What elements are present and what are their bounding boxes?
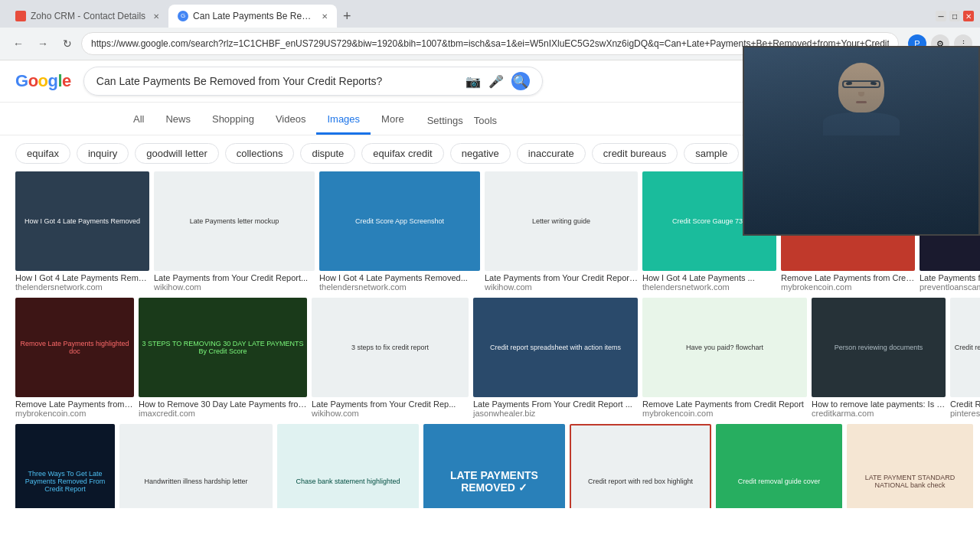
video-feed (744, 47, 978, 234)
list-item[interactable]: 3 steps to fix credit report Late Paymen… (312, 298, 469, 418)
tab-google[interactable]: G Can Late Payments Be Removed? ✕ (168, 5, 337, 28)
img-source: mybrokencoin.com (642, 409, 807, 418)
microphone-icon[interactable]: 🎤 (488, 74, 504, 89)
chip-sample[interactable]: sample (684, 143, 739, 164)
tab-close-google[interactable]: ✕ (322, 12, 328, 21)
tab-videos[interactable]: Videos (265, 106, 317, 135)
tab-label-google: Can Late Payments Be Removed? (193, 11, 314, 21)
img-title: How I Got 4 Late Payments Removed... (319, 273, 480, 282)
forward-button[interactable]: → (32, 33, 54, 54)
chip-dispute[interactable]: dispute (300, 143, 355, 164)
chip-collections[interactable]: collections (225, 143, 295, 164)
img-title: Remove Late Payments from Credit Report (642, 399, 807, 409)
tab-bar: Zoho CRM - Contact Details ✕ G Can Late … (0, 0, 980, 28)
search-icons: 📷 🎤 🔍 (466, 72, 530, 90)
list-item[interactable]: Remove Late Payments highlighted doc Rem… (15, 298, 134, 418)
list-item[interactable]: Letter writing guide Late Payments from … (485, 171, 638, 292)
tab-close-zoho[interactable]: ✕ (153, 12, 159, 21)
list-item[interactable]: Credit Score App Screenshot How I Got 4 … (319, 171, 480, 292)
list-item[interactable]: Credit removal guide cover Remove Late P… (716, 424, 842, 508)
img-title: How to remove late payments: Is it ... (812, 399, 946, 409)
img-title: Late Payments from Your Credit Report ..… (920, 273, 980, 282)
list-item[interactable]: Have you paid? flowchart Remove Late Pay… (642, 298, 807, 418)
list-item[interactable]: Three Ways To Get Late Payments Removed … (15, 424, 115, 508)
img-title: How to Remove 30 Day Late Payments from … (139, 399, 307, 409)
img-source: mybrokencoin.com (781, 282, 915, 292)
chip-equifax[interactable]: equifax (15, 143, 70, 164)
img-title: Late Payments from Your Credit Rep... (312, 399, 469, 409)
chip-inaccurate[interactable]: inaccurate (517, 143, 586, 164)
tab-news[interactable]: News (155, 106, 201, 135)
search-icon[interactable]: 🔍 (511, 72, 530, 90)
list-item[interactable]: Credit report with red box highlight 8+ … (570, 424, 711, 508)
tools-link[interactable]: Tools (474, 115, 497, 126)
img-title: Remove Late Payments from Credit Report (15, 399, 134, 409)
search-bar: 📷 🎤 🔍 (83, 67, 543, 96)
img-source: thelendersnetwork.com (642, 282, 776, 292)
img-title: Late Payments from Your Credit Report... (154, 273, 315, 282)
maximize-button[interactable]: □ (949, 11, 960, 21)
tab-favicon-google: G (178, 11, 188, 21)
tab-images[interactable]: Images (316, 106, 371, 135)
img-title: Remove Late Payments from Credit Report (781, 273, 915, 282)
close-button[interactable]: ✕ (963, 11, 974, 21)
img-source: imaxcredit.com (139, 409, 307, 418)
video-overlay (743, 46, 980, 236)
img-source: wikihow.com (154, 282, 315, 292)
img-title: Late Payments From Your Credit Report ..… (473, 399, 638, 409)
list-item[interactable]: 3 STEPS TO REMOVING 30 DAY LATE PAYMENTS… (139, 298, 307, 418)
img-source: thelendersnetwork.com (319, 282, 480, 292)
camera-icon[interactable]: 📷 (466, 74, 481, 89)
search-input[interactable] (96, 75, 458, 87)
minimize-button[interactable]: ─ (936, 11, 946, 21)
refresh-button[interactable]: ↻ (57, 33, 78, 54)
list-item[interactable]: Late Payments letter mockup Late Payment… (154, 171, 315, 292)
img-source: pinterest.com (950, 409, 980, 418)
img-title: How I Got 4 Late Payments Removed from .… (15, 273, 149, 282)
list-item[interactable]: Person reviewing documents How to remove… (812, 298, 946, 418)
img-source: creditkarma.com (812, 409, 946, 418)
list-item[interactable]: Handwritten illness hardship letter Late… (119, 424, 273, 508)
list-item[interactable]: LATE PAYMENT STANDARD NATIONAL bank chec… (847, 424, 973, 508)
tab-shopping[interactable]: Shopping (201, 106, 265, 135)
chip-goodwill-letter[interactable]: goodwill letter (135, 143, 219, 164)
chip-inquiry[interactable]: inquiry (77, 143, 129, 164)
tab-all[interactable]: All (122, 106, 155, 135)
image-row-3: Three Ways To Get Late Payments Removed … (15, 424, 965, 508)
new-tab-button[interactable]: + (337, 8, 358, 24)
img-source: jasonwhealer.biz (473, 409, 638, 418)
window-controls: ─ □ ✕ (936, 11, 974, 21)
image-row-2: Remove Late Payments highlighted doc Rem… (15, 298, 965, 418)
img-source: preventloanscams.org (920, 282, 980, 292)
tab-more[interactable]: More (371, 106, 415, 135)
chip-equifax-credit[interactable]: equifax credit (361, 143, 443, 164)
search-settings: Settings Tools (427, 106, 497, 135)
list-item[interactable]: How I Got 4 Late Payments Removed How I … (15, 171, 149, 292)
chip-negative[interactable]: negative (450, 143, 511, 164)
google-logo[interactable]: Google (15, 71, 71, 91)
tab-favicon-zoho (15, 11, 26, 21)
img-title: Late Payments from Your Credit Report... (485, 273, 638, 282)
img-source: thelendersnetwork.com (15, 282, 149, 292)
img-title: How I Got 4 Late Payments ... (642, 273, 776, 282)
tab-zoho-crm[interactable]: Zoho CRM - Contact Details ✕ (6, 5, 168, 28)
img-title: Credit Report ... (950, 399, 980, 409)
bg-gradient (744, 47, 978, 234)
list-item[interactable]: Chase bank statement highlighted verifyi… (277, 424, 419, 508)
img-source: wikihow.com (485, 282, 638, 292)
chip-credit-bureaus[interactable]: credit bureaus (592, 143, 678, 164)
list-item[interactable]: Credit report spreadsheet with action it… (473, 298, 638, 418)
back-button[interactable]: ← (8, 33, 29, 54)
settings-link[interactable]: Settings (427, 115, 463, 126)
list-item[interactable]: Credit report document sample Credit Rep… (950, 298, 980, 418)
tab-label-zoho: Zoho CRM - Contact Details (31, 11, 145, 21)
img-source: mybrokencoin.com (15, 409, 134, 418)
list-item[interactable]: LATE PAYMENTS REMOVED ✓ Need Late Paymen… (423, 424, 565, 508)
img-source: wikihow.com (312, 409, 469, 418)
